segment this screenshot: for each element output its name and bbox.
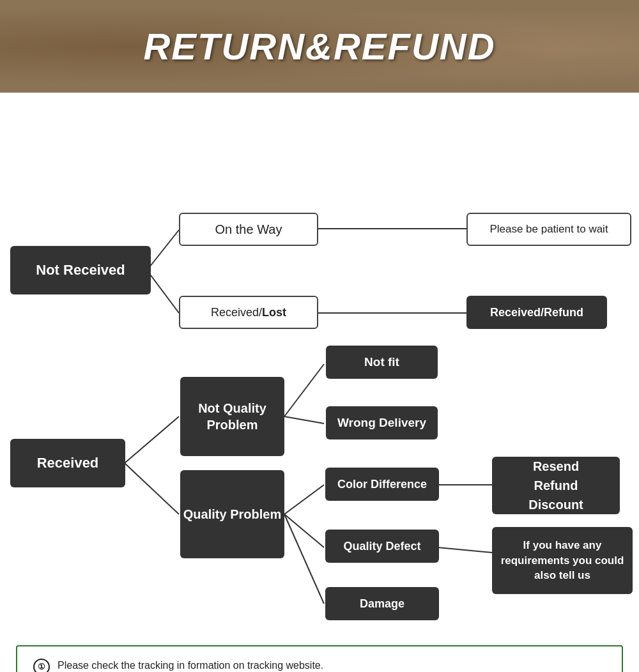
on-the-way-node: On the Way [179, 213, 318, 246]
svg-line-9 [284, 514, 324, 547]
quality-problem-node: Quality Problem [180, 470, 284, 558]
header: RETURN&REFUND [0, 0, 639, 93]
svg-line-10 [284, 514, 324, 604]
svg-line-0 [147, 230, 179, 270]
page-title: RETURN&REFUND [143, 25, 495, 68]
not-quality-node: Not Quality Problem [180, 377, 284, 456]
svg-line-7 [284, 416, 324, 424]
note-item-1: ① Please check the tracking in formation… [33, 658, 606, 672]
main-content: Not Received On the Way Received/Lost Pl… [0, 93, 639, 672]
svg-line-4 [125, 416, 179, 463]
svg-line-12 [438, 547, 492, 553]
received-node: Received [10, 439, 125, 487]
resend-refund-node: ResendRefundDiscount [492, 457, 620, 514]
svg-line-5 [125, 463, 179, 514]
flowchart: Not Received On the Way Received/Lost Pl… [6, 105, 639, 636]
patient-wait-node: Please be patient to wait [466, 213, 631, 246]
svg-line-1 [147, 270, 179, 313]
note-number-1: ① [33, 659, 50, 672]
wrong-delivery-node: Wrong Delivery [326, 406, 438, 439]
received-lost-node: Received/Lost [179, 296, 318, 329]
received-refund-node: Received/Refund [466, 296, 607, 329]
color-difference-node: Color Difference [325, 468, 439, 501]
requirements-node: If you have any requirements you could a… [492, 527, 633, 594]
note-text-1: Please check the tracking in formation o… [58, 658, 323, 672]
damage-node: Damage [325, 587, 439, 620]
svg-line-8 [284, 485, 324, 514]
not-received-node: Not Received [10, 246, 151, 294]
not-fit-node: Not fit [326, 346, 438, 379]
svg-line-6 [284, 364, 324, 416]
quality-defect-node: Quality Defect [325, 530, 439, 563]
notes-box: ① Please check the tracking in formation… [16, 645, 623, 672]
